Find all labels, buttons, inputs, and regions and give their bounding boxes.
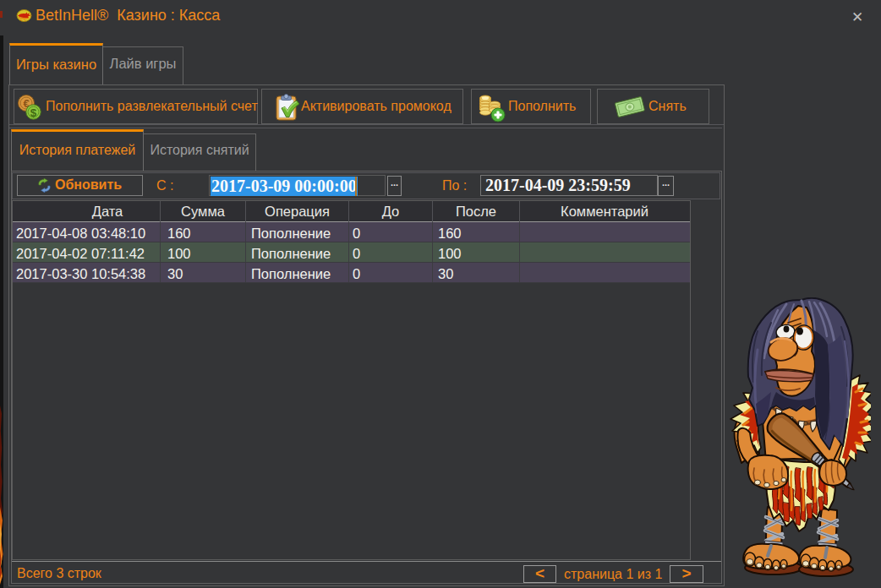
- svg-text:$: $: [30, 106, 37, 119]
